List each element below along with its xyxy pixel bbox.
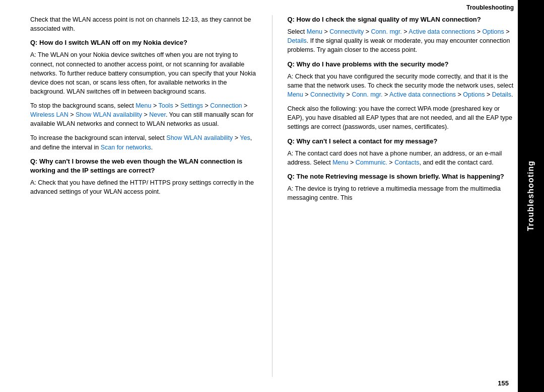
q4-active-link[interactable]: Active data connections bbox=[389, 91, 456, 98]
q6-block: Q: The note Retrieving message is shown … bbox=[288, 172, 514, 202]
q5-contacts-link[interactable]: Contacts bbox=[394, 159, 419, 166]
q1-link-prefix: To stop the background scans, select bbox=[30, 102, 135, 109]
q5-suffix: , and edit the contact card. bbox=[419, 159, 493, 166]
page-number: 155 bbox=[498, 379, 509, 387]
q3-options-link[interactable]: Options bbox=[483, 28, 504, 35]
q4-gt5: > bbox=[485, 91, 492, 98]
q1-interval-show[interactable]: Show WLAN availability bbox=[166, 134, 233, 141]
q1-link-wlan[interactable]: Wireless LAN bbox=[30, 111, 69, 118]
q1-link-tools[interactable]: Tools bbox=[158, 102, 173, 109]
q4-gt2: > bbox=[345, 91, 352, 98]
top-header-text: Troubleshooting bbox=[466, 4, 514, 11]
q6-heading: Q: The note Retrieving message is shown … bbox=[288, 172, 514, 181]
q4-answer2-block: Check also the following: you have the c… bbox=[288, 104, 514, 131]
q5-heading: Q: Why can't I select a contact for my m… bbox=[288, 137, 514, 146]
q3-gt4: > bbox=[475, 28, 482, 35]
q3-connmgr-link[interactable]: Conn. mgr. bbox=[371, 28, 402, 35]
q4-options-link[interactable]: Options bbox=[463, 91, 485, 98]
q1-gt1: > bbox=[151, 102, 158, 109]
q1-link-show[interactable]: Show WLAN availability bbox=[76, 111, 142, 118]
q4-menu-link[interactable]: Menu bbox=[288, 91, 303, 98]
q4-details-link[interactable]: Details bbox=[492, 91, 511, 98]
right-column: Q: How do I check the signal quality of … bbox=[283, 15, 514, 377]
q4-connmgr-link[interactable]: Conn. mgr. bbox=[352, 91, 382, 98]
intro-text: Check that the WLAN access point is not … bbox=[30, 16, 251, 32]
q1-link-menu[interactable]: Menu bbox=[135, 102, 151, 109]
q3-connectivity-link[interactable]: Connectivity bbox=[329, 28, 364, 35]
q5-gt2: > bbox=[387, 159, 394, 166]
q1-interval-para: To increase the background scan interval… bbox=[30, 133, 257, 151]
q1-interval-scan[interactable]: Scan for networks bbox=[101, 144, 151, 151]
left-column: Check that the WLAN access point is not … bbox=[30, 15, 262, 377]
q4-answer1: A: Check that you have configured the se… bbox=[288, 73, 514, 89]
page-container: Troubleshooting Troubleshooting Check th… bbox=[0, 0, 544, 392]
q1-gt5: > bbox=[69, 111, 76, 118]
q5-gt1: > bbox=[348, 159, 355, 166]
q1-interval-end: . bbox=[151, 144, 153, 151]
q1-link-para: To stop the background scans, select Men… bbox=[30, 101, 257, 128]
q3-details-link[interactable]: Details bbox=[288, 37, 307, 44]
q5-block: Q: Why can't I select a contact for my m… bbox=[288, 137, 514, 167]
q4-answer2: Check also the following: you have the c… bbox=[288, 105, 512, 130]
q3-block: Q: How do I check the signal quality of … bbox=[288, 15, 514, 55]
q2-block: Q: Why can't I browse the web even thoug… bbox=[30, 157, 257, 197]
q3-heading: Q: How do I check the signal quality of … bbox=[288, 15, 514, 24]
q6-answer: A: The device is trying to retrieve a mu… bbox=[288, 185, 501, 201]
q3-gt5: > bbox=[504, 28, 510, 35]
q1-gt4: > bbox=[242, 102, 248, 109]
q3-prefix: Select bbox=[288, 28, 307, 35]
q1-link-settings[interactable]: Settings bbox=[180, 102, 203, 109]
q4-heading: Q: Why do I have problems with the secur… bbox=[288, 60, 514, 69]
q5-menu-link[interactable]: Menu bbox=[332, 159, 348, 166]
q3-suffix: . If the signal quality is weak or moder… bbox=[288, 37, 510, 53]
column-divider bbox=[272, 15, 273, 377]
q2-answer: A: Check that you have defined the HTTP/… bbox=[30, 178, 257, 196]
q4-gt4: > bbox=[456, 91, 463, 98]
intro-text-block: Check that the WLAN access point is not … bbox=[30, 15, 257, 33]
q4-end: . bbox=[511, 91, 513, 98]
side-tab-text: Troubleshooting bbox=[526, 161, 535, 231]
q1-gt2: > bbox=[173, 102, 180, 109]
content-area: Check that the WLAN access point is not … bbox=[30, 15, 514, 377]
q5-communic-link[interactable]: Communic. bbox=[356, 159, 387, 166]
q3-menu-link[interactable]: Menu bbox=[307, 28, 322, 35]
side-tab: Troubleshooting bbox=[518, 0, 544, 392]
q1-block: Q: How do I switch WLAN off on my Nokia … bbox=[30, 38, 257, 96]
q3-active-link[interactable]: Active data connections bbox=[409, 28, 475, 35]
q1-interval-yes[interactable]: Yes bbox=[240, 134, 250, 141]
q3-gt2: > bbox=[364, 28, 371, 35]
q3-gt3: > bbox=[402, 28, 409, 35]
q1-link-never[interactable]: Never bbox=[149, 111, 166, 118]
q1-gt6: > bbox=[142, 111, 149, 118]
top-header: Troubleshooting bbox=[466, 4, 514, 11]
q4-block: Q: Why do I have problems with the secur… bbox=[288, 60, 514, 100]
q2-heading: Q: Why can't I browse the web even thoug… bbox=[30, 157, 257, 175]
q1-gt3: > bbox=[203, 102, 210, 109]
q3-gt1: > bbox=[322, 28, 329, 35]
q1-heading: Q: How do I switch WLAN off on my Nokia … bbox=[30, 38, 257, 47]
q1-interval-gt: > bbox=[233, 134, 240, 141]
q4-gt3: > bbox=[383, 91, 390, 98]
q4-gt1: > bbox=[303, 91, 310, 98]
q1-answer: A: The WLAN on your Nokia device switche… bbox=[30, 50, 257, 96]
q4-connectivity-link[interactable]: Connectivity bbox=[310, 91, 345, 98]
q1-interval-prefix: To increase the background scan interval… bbox=[30, 134, 166, 141]
q1-link-connection[interactable]: Connection bbox=[210, 102, 242, 109]
